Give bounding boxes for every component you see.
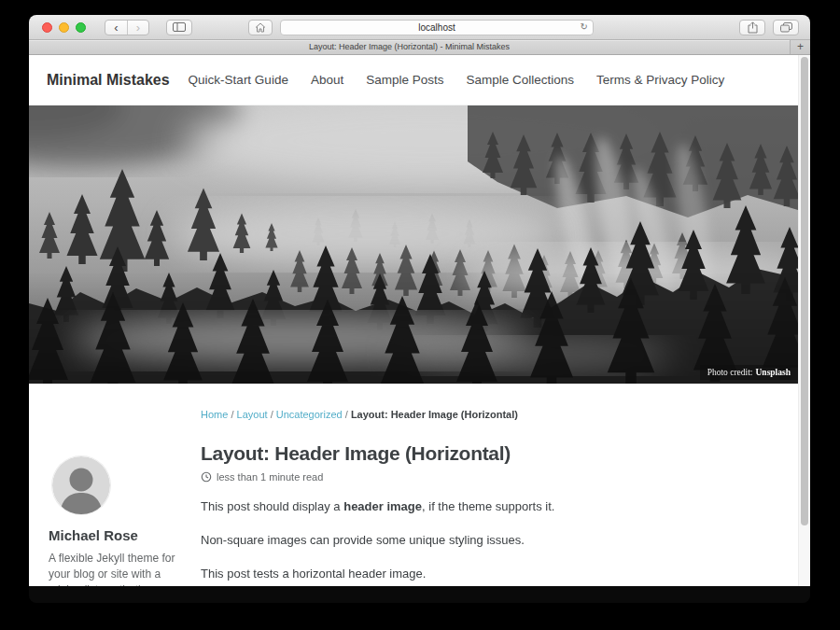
read-time-meta: less than 1 minute read bbox=[201, 471, 761, 483]
paragraph-1: This post should display a header image,… bbox=[201, 497, 761, 516]
share-icon bbox=[748, 21, 758, 34]
breadcrumb-separator: / bbox=[345, 409, 348, 420]
tab-overview-button[interactable] bbox=[773, 20, 799, 35]
breadcrumb-current: Layout: Header Image (Horizontal) bbox=[351, 409, 518, 420]
active-tab[interactable]: Layout: Header Image (Horizontal) - Mini… bbox=[29, 40, 790, 54]
window-controls bbox=[42, 22, 86, 33]
photo-credit-label: Photo credit: bbox=[707, 368, 753, 377]
address-bar-text: localhost bbox=[418, 22, 455, 33]
breadcrumb-separator: / bbox=[231, 409, 233, 420]
sidebar-toggle-button[interactable] bbox=[166, 20, 192, 35]
article-content: Michael Rose A flexible Jekyll theme for… bbox=[29, 384, 798, 584]
article-main: Home / Layout / Uncategorized / Layout: … bbox=[201, 384, 761, 584]
nav-item-sample-collections[interactable]: Sample Collections bbox=[466, 73, 574, 87]
share-button[interactable] bbox=[739, 20, 765, 35]
nav-item-sample-posts[interactable]: Sample Posts bbox=[366, 73, 443, 87]
back-button[interactable]: ‹ bbox=[105, 21, 127, 35]
browser-titlebar: ‹ › localhost ↻ bbox=[29, 15, 810, 39]
tab-overview-icon bbox=[780, 22, 792, 33]
nav-item-quick-start-guide[interactable]: Quick-Start Guide bbox=[189, 73, 288, 87]
paragraph-3: This post tests a horizontal header imag… bbox=[201, 565, 761, 583]
scrollbar-track[interactable] bbox=[798, 55, 810, 586]
paragraph-1-text-after: , if the theme supports it. bbox=[422, 499, 554, 513]
breadcrumb: Home / Layout / Uncategorized / Layout: … bbox=[201, 409, 761, 420]
browser-window: ‹ › localhost ↻ Layou bbox=[29, 15, 810, 603]
breadcrumb-separator: / bbox=[271, 409, 273, 420]
home-button[interactable] bbox=[248, 20, 273, 35]
minimize-button[interactable] bbox=[59, 22, 69, 33]
history-nav: ‹ › bbox=[105, 20, 149, 35]
clock-icon bbox=[201, 471, 212, 483]
breadcrumb-uncategorized-link[interactable]: Uncategorized bbox=[276, 409, 343, 420]
scrollbar-thumb[interactable] bbox=[801, 57, 808, 525]
forward-button[interactable]: › bbox=[127, 21, 148, 35]
post-body: This post should display a header image,… bbox=[201, 497, 761, 583]
sidebar-icon bbox=[173, 22, 186, 32]
photo-credit-caption: Photo credit:Unsplash bbox=[700, 365, 798, 380]
reload-icon[interactable]: ↻ bbox=[581, 21, 588, 32]
breadcrumb-home-link[interactable]: Home bbox=[201, 409, 228, 420]
tab-bar: Layout: Header Image (Horizontal) - Mini… bbox=[29, 39, 810, 55]
nav-item-terms-privacy[interactable]: Terms & Privacy Policy bbox=[596, 73, 724, 87]
nav-item-about[interactable]: About bbox=[311, 73, 343, 87]
author-avatar bbox=[52, 456, 110, 514]
address-bar[interactable]: localhost ↻ bbox=[280, 20, 594, 35]
close-button[interactable] bbox=[42, 22, 52, 33]
paragraph-1-text: This post should display a bbox=[201, 499, 343, 513]
new-tab-button[interactable]: + bbox=[790, 40, 810, 54]
read-time-label: less than 1 minute read bbox=[217, 471, 323, 483]
page-content: Minimal Mistakes Quick-Start Guide About… bbox=[29, 55, 798, 586]
zoom-button[interactable] bbox=[76, 22, 86, 33]
site-masthead: Minimal Mistakes Quick-Start Guide About… bbox=[29, 55, 798, 105]
paragraph-1-bold: header image bbox=[343, 499, 422, 513]
author-bio: A flexible Jekyll theme for your blog or… bbox=[49, 551, 177, 586]
author-sidebar: Michael Rose A flexible Jekyll theme for… bbox=[49, 456, 184, 586]
author-name: Michael Rose bbox=[49, 527, 184, 543]
site-nav: Quick-Start Guide About Sample Posts Sam… bbox=[189, 73, 725, 87]
page-title: Layout: Header Image (Horizontal) bbox=[201, 441, 761, 465]
photo-credit-link[interactable]: Unsplash bbox=[756, 368, 791, 377]
home-icon bbox=[255, 22, 266, 33]
breadcrumb-layout-link[interactable]: Layout bbox=[237, 409, 268, 420]
site-title-link[interactable]: Minimal Mistakes bbox=[47, 72, 170, 89]
page-viewport: Minimal Mistakes Quick-Start Guide About… bbox=[29, 55, 810, 586]
paragraph-2: Non-square images can provide some uniqu… bbox=[201, 531, 761, 550]
foggy-forest-photo bbox=[29, 105, 798, 384]
header-image: Photo credit:Unsplash bbox=[29, 105, 798, 384]
